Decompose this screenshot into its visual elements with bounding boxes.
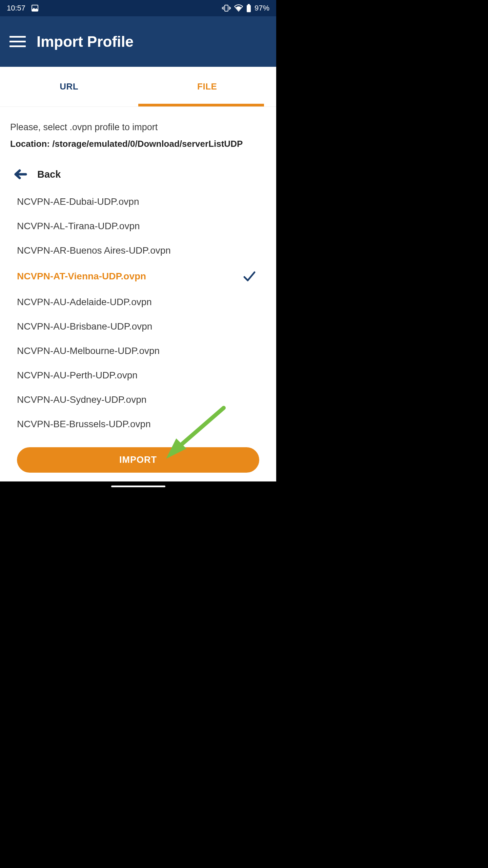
file-item[interactable]: NCVPN-AU-Melbourne-UDP.ovpn bbox=[10, 339, 266, 363]
file-item[interactable]: NCVPN-AU-Perth-UDP.ovpn bbox=[10, 363, 266, 388]
file-item[interactable]: NCVPN-BE-Brussels-UDP.ovpn bbox=[10, 412, 266, 436]
back-button[interactable]: Back bbox=[10, 164, 266, 190]
status-left: 10:57 bbox=[7, 4, 39, 13]
file-name: NCVPN-AE-Dubai-UDP.ovpn bbox=[17, 196, 139, 207]
tab-file[interactable]: FILE bbox=[138, 67, 277, 106]
file-name: NCVPN-AU-Sydney-UDP.ovpn bbox=[17, 394, 146, 405]
screen: 10:57 97% Import Profile URL FILE Please… bbox=[0, 0, 276, 491]
battery-icon bbox=[246, 4, 251, 12]
menu-button[interactable] bbox=[9, 34, 26, 50]
file-name: NCVPN-AU-Brisbane-UDP.ovpn bbox=[17, 321, 152, 332]
svg-rect-1 bbox=[225, 5, 228, 11]
instruction-text: Please, select .ovpn profile to import bbox=[10, 122, 266, 133]
tab-url[interactable]: URL bbox=[0, 67, 138, 106]
nav-handle[interactable] bbox=[111, 486, 165, 487]
check-icon bbox=[242, 270, 256, 283]
system-navbar bbox=[0, 481, 276, 491]
picture-icon bbox=[31, 4, 39, 12]
file-item[interactable]: NCVPN-AU-Adelaide-UDP.ovpn bbox=[10, 290, 266, 314]
file-name: NCVPN-BE-Brussels-UDP.ovpn bbox=[17, 419, 151, 430]
tabs: URL FILE bbox=[0, 67, 276, 107]
file-name: NCVPN-AR-Buenos Aires-UDP.ovpn bbox=[17, 245, 171, 256]
file-name: NCVPN-AU-Perth-UDP.ovpn bbox=[17, 370, 138, 381]
battery-percent: 97% bbox=[255, 4, 269, 13]
file-name: NCVPN-AU-Melbourne-UDP.ovpn bbox=[17, 346, 160, 356]
file-item[interactable]: NCVPN-AT-Vienna-UDP.ovpn bbox=[10, 263, 266, 290]
import-button[interactable]: IMPORT bbox=[17, 447, 259, 473]
file-item[interactable]: NCVPN-AL-Tirana-UDP.ovpn bbox=[10, 214, 266, 238]
status-bar: 10:57 97% bbox=[0, 0, 276, 16]
file-item[interactable]: NCVPN-AU-Sydney-UDP.ovpn bbox=[10, 388, 266, 412]
vibrate-icon bbox=[222, 4, 231, 12]
file-item[interactable]: NCVPN-AU-Brisbane-UDP.ovpn bbox=[10, 314, 266, 339]
file-item[interactable]: NCVPN-AR-Buenos Aires-UDP.ovpn bbox=[10, 238, 266, 263]
svg-rect-7 bbox=[247, 5, 251, 12]
file-item[interactable]: NCVPN-AE-Dubai-UDP.ovpn bbox=[10, 190, 266, 214]
app-bar: Import Profile bbox=[0, 16, 276, 67]
wifi-icon bbox=[234, 4, 243, 12]
file-name: NCVPN-AU-Adelaide-UDP.ovpn bbox=[17, 297, 152, 308]
back-label: Back bbox=[37, 169, 61, 180]
file-name: NCVPN-AT-Vienna-UDP.ovpn bbox=[17, 271, 146, 282]
status-time: 10:57 bbox=[7, 4, 25, 13]
content: Please, select .ovpn profile to import L… bbox=[0, 107, 276, 436]
location-text: Location: /storage/emulated/0/Download/s… bbox=[10, 139, 266, 149]
svg-rect-6 bbox=[248, 4, 250, 5]
file-list: NCVPN-AE-Dubai-UDP.ovpnNCVPN-AL-Tirana-U… bbox=[10, 190, 266, 436]
page-title: Import Profile bbox=[37, 33, 134, 50]
file-name: NCVPN-AL-Tirana-UDP.ovpn bbox=[17, 221, 140, 232]
arrow-left-icon bbox=[13, 167, 27, 181]
status-right: 97% bbox=[222, 4, 269, 13]
